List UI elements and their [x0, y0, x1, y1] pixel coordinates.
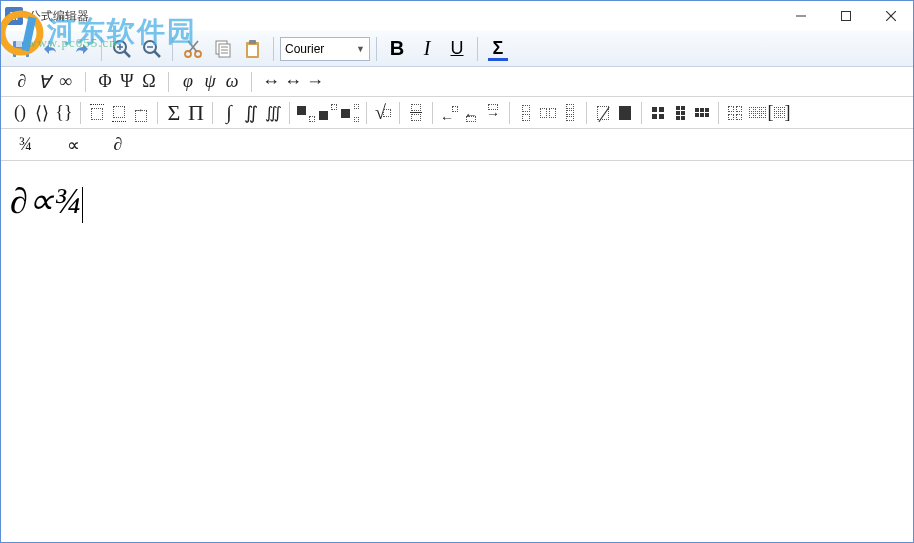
template-integral[interactable]: ∫ [218, 100, 240, 126]
template-column-3[interactable] [559, 100, 581, 126]
template-curly-brackets[interactable]: {} [53, 100, 75, 126]
formula-content[interactable]: ∂∝¾ [2, 162, 912, 241]
template-angle-brackets[interactable]: ⟨⟩ [31, 100, 53, 126]
font-selector[interactable]: Courier ▼ [280, 37, 370, 61]
zoom-in-button[interactable] [108, 35, 136, 63]
template-overbar[interactable] [86, 100, 108, 126]
svg-rect-9 [22, 42, 24, 46]
symbol-forall[interactable]: ∀ [33, 70, 55, 94]
template-strike[interactable] [592, 100, 614, 126]
svg-line-15 [154, 51, 160, 57]
close-button[interactable] [868, 1, 913, 31]
template-fill[interactable] [614, 100, 636, 126]
template-underbar[interactable] [108, 100, 130, 126]
template-separator [509, 102, 510, 124]
svg-rect-28 [248, 45, 257, 56]
template-sub-super[interactable] [339, 100, 361, 126]
template-superscript[interactable] [317, 100, 339, 126]
toolbar-separator [172, 37, 173, 61]
redo-button[interactable] [67, 35, 95, 63]
template-matrix-3x2[interactable] [669, 100, 691, 126]
save-button[interactable] [7, 35, 35, 63]
template-right-arrow-box[interactable]: → [482, 100, 504, 126]
italic-button[interactable]: I [413, 35, 441, 63]
color-indicator [488, 58, 508, 61]
template-separator [641, 102, 642, 124]
symbol-left-right-arrow[interactable]: ↔ [260, 70, 282, 94]
undo-button[interactable] [37, 35, 65, 63]
title-bar: M 公式编辑器 [1, 1, 913, 31]
template-parentheses[interactable]: () [9, 100, 31, 126]
svg-rect-8 [16, 50, 26, 57]
template-toolbar: () ⟨⟩ {} → Σ Π ∫ ∬ ∭ √ ← ← → [1, 97, 913, 129]
template-matrix-2x2-dotted[interactable] [724, 100, 746, 126]
template-separator [212, 102, 213, 124]
font-name: Courier [285, 42, 324, 56]
minimize-button[interactable] [778, 1, 823, 31]
template-sqrt[interactable]: √ [372, 100, 394, 126]
template-subscript[interactable] [295, 100, 317, 126]
recent-propto[interactable]: ∝ [63, 132, 84, 158]
main-toolbar: Courier ▼ B I U Σ [1, 31, 913, 67]
template-separator [586, 102, 587, 124]
symbol-partial[interactable]: ∂ [11, 70, 33, 94]
dropdown-arrow-icon: ▼ [356, 44, 365, 54]
copy-button[interactable] [209, 35, 237, 63]
template-column-vector[interactable] [515, 100, 537, 126]
recent-three-quarters[interactable]: ¾ [15, 132, 37, 157]
toolbar-separator [477, 37, 478, 61]
template-separator [718, 102, 719, 124]
template-matrix-bracket[interactable]: [] [768, 100, 790, 126]
template-separator [289, 102, 290, 124]
toolbar-separator [376, 37, 377, 61]
text-cursor [82, 187, 83, 223]
symbol-separator [251, 72, 252, 92]
symbol-toolbar: ∂ ∀ ∞ Φ Ψ Ω φ ψ ω ↔ ↔ → [1, 67, 913, 97]
symbol-phi-lower[interactable]: φ [177, 70, 199, 94]
symbol-double-arrow[interactable]: ↔ [282, 70, 304, 94]
template-matrix-2x3[interactable] [691, 100, 713, 126]
template-double-integral[interactable]: ∬ [240, 100, 262, 126]
symbol-omega-upper[interactable]: Ω [138, 70, 160, 94]
symbol-right-arrow[interactable]: → [304, 70, 326, 94]
symbol-phi-upper[interactable]: Φ [94, 70, 116, 94]
template-limit-left[interactable]: ← [438, 100, 460, 126]
template-product[interactable]: Π [185, 100, 207, 126]
toolbar-separator [273, 37, 274, 61]
template-fraction[interactable] [405, 100, 427, 126]
svg-line-11 [124, 51, 130, 57]
svg-rect-7 [16, 41, 26, 47]
window-title: 公式编辑器 [29, 8, 89, 25]
template-separator [157, 102, 158, 124]
template-matrix-2x2-solid[interactable] [647, 100, 669, 126]
svg-rect-3 [841, 12, 850, 21]
template-left-arrow-box[interactable]: ← [460, 100, 482, 126]
symbol-separator [168, 72, 169, 92]
underline-button[interactable]: U [443, 35, 471, 63]
maximize-button[interactable] [823, 1, 868, 31]
toolbar-separator [101, 37, 102, 61]
template-separator [432, 102, 433, 124]
template-triple-integral[interactable]: ∭ [262, 100, 284, 126]
recent-partial[interactable]: ∂ [110, 132, 127, 157]
template-vector[interactable]: → [130, 100, 152, 126]
symbol-psi-upper[interactable]: Ψ [116, 70, 138, 94]
editor-area[interactable]: ∂∝¾ [2, 162, 912, 541]
bold-button[interactable]: B [383, 35, 411, 63]
template-matrix-large-dotted[interactable] [746, 100, 768, 126]
template-sum[interactable]: Σ [163, 100, 185, 126]
template-separator [366, 102, 367, 124]
app-icon: M [5, 7, 23, 25]
zoom-out-button[interactable] [138, 35, 166, 63]
symbol-omega-lower[interactable]: ω [221, 70, 243, 94]
font-color-button[interactable]: Σ [484, 35, 512, 63]
symbol-psi-lower[interactable]: ψ [199, 70, 221, 94]
svg-rect-27 [249, 40, 256, 44]
cut-button[interactable] [179, 35, 207, 63]
template-row-vector[interactable] [537, 100, 559, 126]
template-separator [80, 102, 81, 124]
symbol-infinity[interactable]: ∞ [55, 70, 77, 94]
recent-symbols-toolbar: ¾ ∝ ∂ [1, 129, 913, 161]
symbol-separator [85, 72, 86, 92]
paste-button[interactable] [239, 35, 267, 63]
